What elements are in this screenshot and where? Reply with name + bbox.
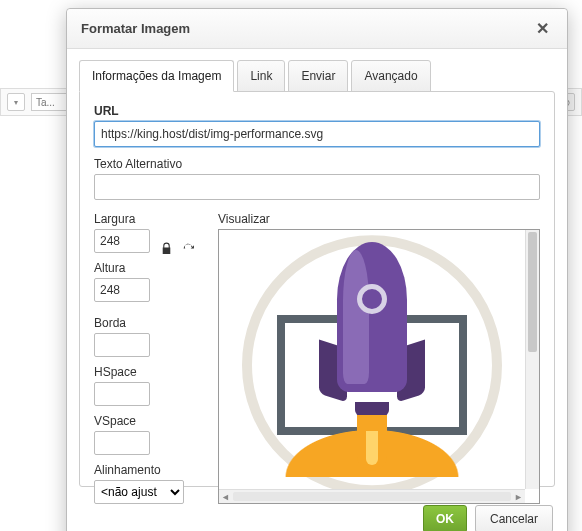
url-label: URL xyxy=(94,104,540,118)
alt-input[interactable] xyxy=(94,174,540,200)
border-input[interactable] xyxy=(94,333,150,357)
width-label: Largura xyxy=(94,212,202,226)
dialog-title: Formatar Imagem xyxy=(81,21,190,36)
preview-vertical-scrollbar[interactable] xyxy=(525,230,539,489)
tab-upload[interactable]: Enviar xyxy=(288,60,348,92)
align-label: Alinhamento xyxy=(94,463,202,477)
url-input[interactable] xyxy=(94,121,540,147)
align-select[interactable]: <não ajust xyxy=(94,480,184,504)
height-label: Altura xyxy=(94,261,202,275)
vspace-label: VSpace xyxy=(94,414,202,428)
tab-link[interactable]: Link xyxy=(237,60,285,92)
tab-advanced[interactable]: Avançado xyxy=(351,60,430,92)
dialog-tabs: Informações da Imagem Link Enviar Avança… xyxy=(67,49,567,91)
toolbar-dropdown[interactable]: ▾ xyxy=(7,93,25,111)
preview-box: ◄► xyxy=(218,229,540,504)
hspace-input[interactable] xyxy=(94,382,150,406)
tab-image-info[interactable]: Informações da Imagem xyxy=(79,60,234,92)
dialog-titlebar: Formatar Imagem ✕ xyxy=(67,9,567,49)
dimensions-column: Largura Altura Borda xyxy=(94,212,202,504)
preview-horizontal-scrollbar[interactable]: ◄► xyxy=(219,489,525,503)
border-label: Borda xyxy=(94,316,202,330)
vspace-input[interactable] xyxy=(94,431,150,455)
tab-panel-image-info: URL Texto Alternativo Largura xyxy=(79,91,555,487)
height-input[interactable] xyxy=(94,278,150,302)
refresh-icon[interactable] xyxy=(180,240,196,256)
hspace-label: HSpace xyxy=(94,365,202,379)
close-icon[interactable]: ✕ xyxy=(532,19,553,38)
preview-column: Visualizar xyxy=(218,212,540,504)
format-image-dialog: Formatar Imagem ✕ Informações da Imagem … xyxy=(66,8,568,531)
width-input[interactable] xyxy=(94,229,150,253)
lock-icon[interactable] xyxy=(158,240,174,256)
alt-label: Texto Alternativo xyxy=(94,157,540,171)
cancel-button[interactable]: Cancelar xyxy=(475,505,553,531)
preview-label: Visualizar xyxy=(218,212,540,226)
ok-button[interactable]: OK xyxy=(423,505,467,531)
preview-image xyxy=(219,230,525,489)
